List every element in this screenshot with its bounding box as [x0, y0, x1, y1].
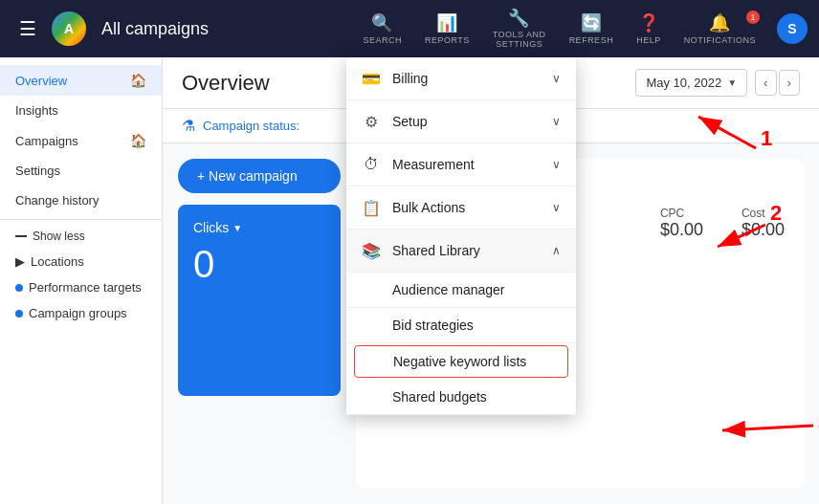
clicks-value: 0 — [193, 243, 325, 286]
sidebar-divider — [0, 219, 162, 220]
shared-library-icon: 📚 — [362, 241, 381, 260]
sidebar-item-performance-targets[interactable]: Performance targets — [0, 274, 162, 300]
tools-label: TOOLS ANDSETTINGS — [493, 31, 546, 50]
billing-menu-item[interactable]: 💳 Billing ∨ — [346, 57, 576, 100]
chevron-down-icon-bulk: ∨ — [552, 201, 561, 214]
date-range-selector[interactable]: May 10, 2022 ▼ — [635, 69, 747, 97]
cost-header: Cost $0.00 — [742, 207, 785, 240]
audience-manager-menu-item[interactable]: Audience manager — [346, 273, 576, 308]
date-navigation: ‹ › — [755, 70, 800, 96]
dot-icon-2 — [15, 310, 23, 318]
user-avatar[interactable]: S — [777, 13, 808, 44]
tools-settings-nav-button[interactable]: 🔧 TOOLS ANDSETTINGS — [483, 4, 556, 54]
reports-nav-button[interactable]: 📊 REPORTS — [415, 9, 479, 49]
page-title: All campaigns — [101, 19, 345, 39]
next-date-button[interactable]: › — [779, 70, 800, 96]
left-column: + New campaign Clicks ▼ 0 — [178, 159, 341, 489]
reports-icon: 📊 — [436, 12, 458, 33]
sidebar-item-campaigns[interactable]: Campaigns 🏠 — [0, 125, 162, 156]
shared-library-menu-item[interactable]: 📚 Shared Library ∧ — [346, 230, 576, 273]
google-ads-logo: A — [52, 11, 86, 46]
arrow-icon: ▶ — [15, 254, 25, 269]
sidebar-item-overview[interactable]: Overview 🏠 — [0, 65, 162, 96]
notifications-icon: 🔔 — [709, 12, 731, 33]
sidebar-item-change-history[interactable]: Change history — [0, 186, 162, 215]
filter-icon: ⚗ — [182, 117, 195, 135]
sidebar-item-locations[interactable]: ▶ Locations — [0, 249, 162, 274]
dropdown-arrow-icon: ▼ — [727, 77, 737, 88]
dash-icon — [15, 235, 27, 237]
hamburger-menu[interactable]: ☰ — [11, 10, 44, 48]
overview-title: Overview — [182, 71, 270, 96]
main-layout: Overview 🏠 Insights Campaigns 🏠 Settings… — [0, 57, 819, 504]
search-nav-button[interactable]: 🔍 SEARCH — [353, 9, 411, 49]
setup-menu-item[interactable]: ⚙ Setup ∨ — [346, 100, 576, 143]
bid-strategies-menu-item[interactable]: Bid strategies — [346, 308, 576, 343]
show-less-button[interactable]: Show less — [0, 224, 162, 249]
nav-icon-group: 🔍 SEARCH 📊 REPORTS 🔧 TOOLS ANDSETTINGS 🔄… — [353, 4, 765, 54]
chevron-up-icon-library: ∧ — [552, 244, 561, 257]
cpc-header: CPC $0.00 — [660, 207, 703, 240]
previous-date-button[interactable]: ‹ — [755, 70, 776, 96]
chevron-down-icon-measurement: ∨ — [552, 158, 561, 171]
top-navigation: ☰ A All campaigns 🔍 SEARCH 📊 REPORTS 🔧 T… — [0, 0, 819, 57]
sidebar-item-campaign-groups[interactable]: Campaign groups — [0, 300, 162, 326]
bulk-actions-menu-item[interactable]: 📋 Bulk Actions ∨ — [346, 186, 576, 230]
search-icon: 🔍 — [371, 12, 393, 33]
metrics-label: Clicks ▼ — [193, 220, 325, 235]
bulk-actions-icon: 📋 — [362, 198, 381, 217]
dot-icon — [15, 284, 23, 292]
help-nav-button[interactable]: ❓ HELP — [627, 9, 671, 49]
home-icon: 🏠 — [130, 73, 146, 88]
measurement-menu-item[interactable]: ⏱ Measurement ∨ — [346, 143, 576, 186]
measurement-icon: ⏱ — [362, 155, 381, 174]
header-right: May 10, 2022 ▼ ‹ › — [635, 69, 800, 97]
billing-icon: 💳 — [362, 69, 381, 88]
shared-budgets-menu-item[interactable]: Shared budgets — [346, 380, 576, 415]
notifications-nav-button[interactable]: 🔔 1 NOTIFICATIONS — [675, 9, 765, 49]
clicks-metric-card: Clicks ▼ 0 — [178, 205, 341, 396]
metrics-dropdown-icon[interactable]: ▼ — [232, 223, 242, 233]
refresh-nav-button[interactable]: 🔄 REFRESH — [560, 9, 624, 49]
home-icon-campaigns: 🏠 — [130, 133, 146, 148]
sidebar-item-settings[interactable]: Settings — [0, 156, 162, 186]
tools-dropdown-menu: 💳 Billing ∨ ⚙ Setup ∨ ⏱ Measurement — [346, 57, 576, 415]
content-area: Overview May 10, 2022 ▼ ‹ › ⚗ Campaign s… — [163, 57, 819, 504]
negative-keyword-lists-menu-item[interactable]: Negative keyword lists — [354, 345, 568, 378]
help-icon: ❓ — [638, 12, 660, 33]
new-campaign-button[interactable]: + New campaign — [178, 159, 341, 193]
refresh-icon: 🔄 — [581, 12, 603, 33]
chevron-down-icon-setup: ∨ — [552, 115, 561, 128]
tools-icon: 🔧 — [508, 8, 530, 29]
setup-icon: ⚙ — [362, 112, 381, 131]
sidebar: Overview 🏠 Insights Campaigns 🏠 Settings… — [0, 57, 163, 504]
chevron-down-icon: ∨ — [552, 72, 561, 85]
notification-badge: 1 — [746, 11, 760, 24]
sidebar-item-insights[interactable]: Insights — [0, 96, 162, 125]
campaign-status-filter[interactable]: Campaign status: — [203, 119, 299, 133]
